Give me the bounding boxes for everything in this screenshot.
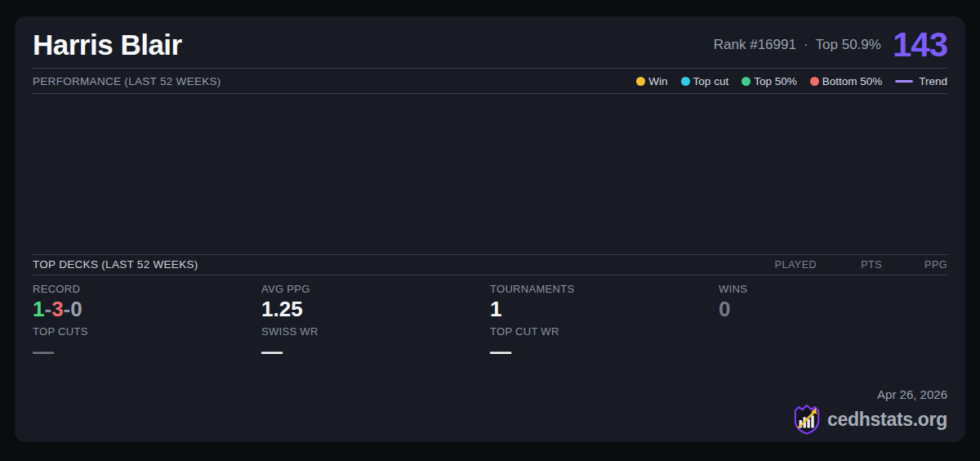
card-footer: Apr 26, 2026 cedhstats.org [793,387,947,435]
top-decks-title: TOP DECKS (LAST 52 WEEKS) [33,258,198,271]
stat-avg-ppg: AVG PPG 1.25 [261,283,490,325]
swiss-wr-value: — [261,340,490,364]
stat-record: RECORD 1-3-0 [33,283,261,325]
top-percent-text: Top 50.9% [816,37,881,53]
legend-item-trend: Trend [895,75,947,87]
stat-label: RECORD [33,283,261,295]
record-value: 1-3-0 [33,298,261,321]
record-losses: 3 [51,297,63,321]
legend-item-top-cut: Top cut [681,75,729,87]
column-header-pts: PTS [817,259,882,271]
top-decks-header-row: TOP DECKS (LAST 52 WEEKS) PLAYED PTS PPG [33,255,947,275]
legend-item-win: Win [636,75,667,87]
stat-tournaments: TOURNAMENTS 1 [490,283,719,325]
stat-label: AVG PPG [261,283,490,295]
tournaments-value: 1 [490,298,719,321]
legend-label: Win [648,75,667,87]
legend-item-top50: Top 50% [742,75,797,87]
rank-line: Rank #16991 · Top 50.9% [714,37,881,53]
performance-chart-plot-area [33,94,947,255]
footer-date: Apr 26, 2026 [877,387,947,401]
rating-value: 143 [893,25,947,65]
column-header-played: PLAYED [751,259,817,271]
rank-text: Rank #16991 [714,37,796,53]
top50-dot-icon [742,77,751,86]
record-separator: - [64,297,71,321]
cedhstats-shield-logo-icon [793,404,821,435]
stat-top-cuts: TOP CUTS — [33,325,261,443]
stats-grid: RECORD 1-3-0 AVG PPG 1.25 TOURNAMENTS 1 … [33,275,947,443]
stat-swiss-wr: SWISS WR — [261,325,490,443]
dot-separator: · [804,37,808,53]
top-cut-dot-icon [681,77,690,86]
top-decks-columns: PLAYED PTS PPG [751,259,947,271]
trend-line-icon [895,80,913,83]
wins-value: 0 [719,298,947,321]
brand-row: cedhstats.org [793,404,947,435]
legend-label: Bottom 50% [822,75,883,87]
record-separator: - [44,297,51,321]
legend-label: Top cut [693,75,729,87]
win-dot-icon [636,77,645,86]
legend-item-bottom50: Bottom 50% [810,75,883,87]
stat-top-cut-wr: TOP CUT WR — [490,325,719,443]
stat-label: TOURNAMENTS [490,283,719,295]
record-wins: 1 [33,297,44,321]
player-name: Harris Blair [33,29,182,61]
legend-label: Top 50% [754,75,797,87]
stat-label: WINS [719,283,947,295]
stat-wins: WINS 0 [719,283,947,325]
top-cuts-value: — [33,340,261,364]
performance-title: PERFORMANCE (LAST 52 WEEKS) [33,75,221,87]
legend-label: Trend [919,75,947,87]
record-draws: 0 [70,297,82,321]
column-header-ppg: PPG [882,259,947,271]
site-name: cedhstats.org [827,409,947,431]
stat-label: TOP CUTS [33,325,261,338]
performance-header-row: PERFORMANCE (LAST 52 WEEKS) Win Top cut … [33,69,947,94]
bottom50-dot-icon [810,77,819,86]
stat-label: TOP CUT WR [490,325,719,338]
top-cut-wr-value: — [490,340,719,364]
player-stats-card: Harris Blair Rank #16991 · Top 50.9% 143… [15,16,965,442]
stat-label: SWISS WR [261,325,490,338]
card-header: Harris Blair Rank #16991 · Top 50.9% 143 [33,16,947,69]
rank-rating-group: Rank #16991 · Top 50.9% 143 [714,25,947,65]
avg-ppg-value: 1.25 [261,298,490,321]
chart-legend: Win Top cut Top 50% Bottom 50% Trend [636,75,947,87]
